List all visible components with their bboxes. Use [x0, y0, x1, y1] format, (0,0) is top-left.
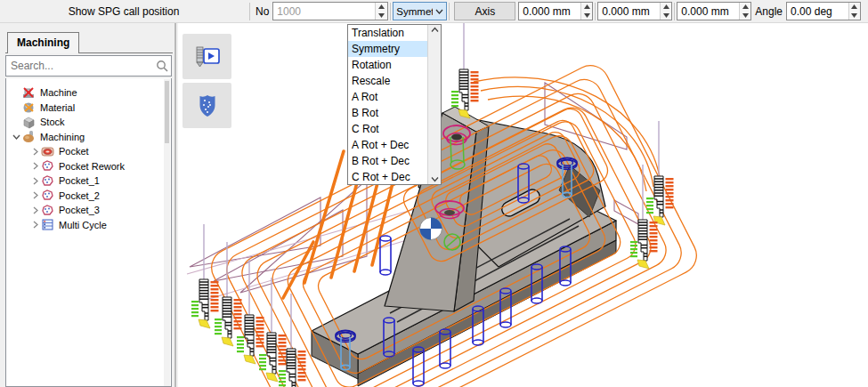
tree-item-pocket-2[interactable]: Pocket_2	[6, 189, 171, 204]
operations-tree: Machine Material Stock	[5, 78, 172, 387]
spg-call-position-marker	[420, 218, 442, 240]
machining-icon	[22, 130, 37, 143]
viewport-area: Translation Symmetry Rotation Rescale A …	[178, 23, 868, 387]
tree-item-machine[interactable]: Machine	[6, 85, 171, 101]
offset-z-spinner	[677, 2, 751, 20]
no-label: No	[252, 5, 272, 18]
dropdown-item-rescale[interactable]: Rescale	[348, 73, 427, 89]
offset-x-spinner	[518, 2, 593, 20]
tree-item-machining[interactable]: Machining	[6, 130, 171, 145]
scroll-up-icon[interactable]	[431, 27, 439, 33]
spin-up-button[interactable]	[740, 3, 750, 12]
spin-up-button[interactable]	[661, 3, 671, 12]
pocket-outline-icon	[41, 159, 56, 173]
spg-toolbar: Show SPG call position No Symmetry Axis	[0, 0, 868, 23]
multi-cycle-icon	[41, 218, 56, 231]
spin-up-button[interactable]	[376, 3, 387, 12]
transform-type-combobox[interactable]: Symmetry	[393, 2, 447, 20]
spin-up-button[interactable]	[849, 3, 860, 12]
tree-item-pocket-3[interactable]: Pocket_3	[6, 203, 171, 218]
toolbar-separator	[674, 3, 675, 20]
angle-spinner	[786, 2, 861, 20]
panel-splitter[interactable]	[174, 23, 176, 387]
chevron-collapsed-icon[interactable]	[29, 162, 41, 170]
holder-button[interactable]	[183, 83, 231, 128]
tab-machining[interactable]: Machining	[7, 32, 79, 53]
tree-scrollbar-thumb[interactable]	[165, 81, 169, 143]
chevron-down-icon	[433, 9, 446, 14]
chevron-collapsed-icon[interactable]	[29, 148, 41, 156]
tree-item-pocket[interactable]: Pocket	[6, 144, 171, 159]
chevron-expanded-icon[interactable]	[11, 133, 22, 141]
toolbar-separator	[390, 3, 391, 20]
dropdown-item-c-rot-dec[interactable]: C Rot + Dec	[348, 169, 427, 185]
dropdown-item-b-rot-dec[interactable]: B Rot + Dec	[348, 153, 427, 169]
spin-down-button[interactable]	[849, 12, 860, 20]
chevron-collapsed-icon[interactable]	[29, 221, 41, 229]
search-icon	[153, 60, 171, 72]
offset-y-spinner	[597, 2, 672, 20]
toolbar-separator	[595, 3, 596, 20]
tree-search-box	[5, 55, 172, 77]
call-number-spin-buttons	[375, 3, 387, 20]
stock-icon	[22, 116, 37, 129]
viewport-3d[interactable]	[178, 23, 868, 387]
search-input[interactable]	[6, 60, 153, 72]
tree-item-multi-cycle[interactable]: Multi Cycle	[6, 218, 171, 233]
machining-sidebar: Machining Machine Material	[0, 23, 178, 387]
chevron-collapsed-icon[interactable]	[29, 177, 41, 185]
dropdown-item-c-rot[interactable]: C Rot	[348, 121, 427, 137]
scroll-down-icon[interactable]	[431, 176, 439, 182]
simulate-toolpath-icon	[193, 44, 222, 69]
dropdown-item-a-rot-dec[interactable]: A Rot + Dec	[348, 137, 427, 153]
simulate-toolpath-button[interactable]	[183, 34, 231, 79]
toolbar-separator	[449, 3, 450, 20]
angle-input[interactable]	[787, 3, 848, 20]
dropdown-item-a-rot[interactable]: A Rot	[348, 89, 427, 105]
toolbar-separator	[249, 3, 250, 20]
axis-button[interactable]: Axis	[454, 2, 515, 20]
sidebar-tab-bar: Machining	[5, 32, 173, 53]
spin-down-button[interactable]	[661, 12, 671, 20]
call-number-input[interactable]	[273, 3, 375, 20]
tree-item-stock[interactable]: Stock	[6, 115, 171, 130]
dropdown-item-b-rot[interactable]: B Rot	[348, 105, 427, 121]
dropdown-item-translation[interactable]: Translation	[348, 25, 427, 41]
combobox-value: Symmetry	[393, 6, 433, 17]
pocket-outline-icon	[41, 204, 56, 217]
machine-icon	[22, 86, 37, 100]
dropdown-item-rotation[interactable]: Rotation	[348, 57, 427, 73]
angle-label: Angle	[751, 5, 786, 18]
call-number-spinner	[272, 2, 388, 20]
offset-x-input[interactable]	[519, 3, 580, 20]
cam-application-window: Show SPG call position No Symmetry Axis	[0, 0, 868, 387]
tree-item-pocket-rework[interactable]: Pocket Rework	[6, 159, 171, 174]
transform-type-dropdown-list: Translation Symmetry Rotation Rescale A …	[347, 24, 442, 185]
pocket-outline-icon	[41, 174, 56, 188]
show-spg-call-position-toggle[interactable]: Show SPG call position	[0, 5, 247, 18]
tree-item-pocket-1[interactable]: Pocket_1	[6, 173, 171, 189]
material-icon	[22, 101, 37, 114]
pocket-icon	[41, 145, 56, 158]
chevron-collapsed-icon[interactable]	[29, 191, 41, 199]
tree-scrollbar[interactable]	[164, 79, 170, 386]
spin-down-button[interactable]	[740, 12, 750, 20]
holder-shield-icon	[196, 93, 219, 118]
offset-z-input[interactable]	[677, 3, 739, 20]
chevron-collapsed-icon[interactable]	[29, 206, 41, 214]
tree-item-material[interactable]: Material	[6, 101, 171, 116]
dropdown-scrollbar[interactable]	[427, 25, 441, 184]
spin-down-button[interactable]	[581, 12, 592, 20]
spin-up-button[interactable]	[581, 3, 592, 12]
offset-y-input[interactable]	[598, 3, 660, 20]
pocket-outline-icon	[41, 189, 56, 202]
dropdown-item-symmetry[interactable]: Symmetry	[348, 41, 427, 57]
spin-down-button[interactable]	[376, 12, 387, 20]
